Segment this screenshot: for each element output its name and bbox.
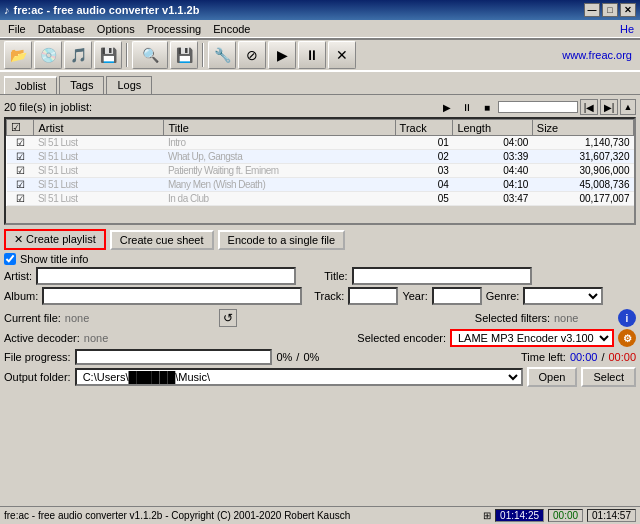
row-length: 03:47 [453,192,532,206]
file-table-container[interactable]: ☑ Artist Title Track Length Size ☑ Sl 51… [4,117,636,225]
row-size: 1,140,730 [532,136,633,150]
show-title-info-checkbox[interactable] [4,253,16,265]
menu-bar: File Database Options Processing Encode … [0,20,640,38]
create-playlist-button[interactable]: ✕ Create playlist [4,229,106,250]
website-link[interactable]: www.freac.org [562,49,632,61]
cd-button[interactable]: 💿 [34,41,62,69]
row-check[interactable]: ☑ [7,192,34,206]
title-label: Title: [324,270,347,282]
row-check[interactable]: ☑ [7,164,34,178]
menu-encode[interactable]: Encode [207,22,256,36]
col-artist: Artist [34,120,164,136]
selected-encoder-label: Selected encoder: [357,332,446,344]
genre-label: Genre: [486,290,520,302]
encoder-select[interactable]: LAME MP3 Encoder v3.100 [450,329,614,347]
playback-progress [498,101,578,113]
selected-filters-value: none [554,312,614,324]
create-cue-sheet-button[interactable]: Create cue sheet [110,230,214,250]
title-input[interactable] [352,267,532,285]
disk-button[interactable]: 💾 [170,41,198,69]
pause-button[interactable]: ⏸ [298,41,326,69]
artist-label: Artist: [4,270,32,282]
settings-button[interactable]: 🔧 [208,41,236,69]
refresh-button[interactable]: ↺ [219,309,237,327]
selected-filters-label: Selected filters: [475,312,550,324]
output-folder-select[interactable]: C:\Users\██████\Music\ [75,368,523,386]
status-elapsed: 00:00 [548,509,583,522]
row-track: 05 [395,192,453,206]
status-icon: ⊞ [483,510,491,521]
row-title: Intro [164,136,395,150]
table-row[interactable]: ☑ Sl 51 Lust What Up, Gangsta 02 03:39 3… [7,150,634,164]
search-button[interactable]: 🔍 [132,41,168,69]
col-size: Size [532,120,633,136]
current-file-value: none [65,312,215,324]
current-file-row: Current file: none ↺ Selected filters: n… [4,309,636,327]
active-decoder-value: none [84,332,284,344]
save-button[interactable]: 💾 [94,41,122,69]
track-label: Track: [314,290,344,302]
year-input[interactable] [432,287,482,305]
status-bar: fre:ac - free audio converter v1.1.2b - … [0,506,640,524]
row-length: 03:39 [453,150,532,164]
table-row[interactable]: ☑ Sl 51 Lust In da Club 05 03:47 00,177,… [7,192,634,206]
main-content: 20 file(s) in joblist: ▶ ⏸ ■ |◀ ▶| ▲ ☑ A… [0,94,640,393]
artist-input[interactable] [36,267,296,285]
album-input[interactable] [42,287,302,305]
row-title: Many Men (Wish Death) [164,178,395,192]
artist-title-row: Artist: Title: [4,267,636,285]
table-row[interactable]: ☑ Sl 51 Lust Intro 01 04:00 1,140,730 [7,136,634,150]
tab-logs[interactable]: Logs [106,76,152,94]
filters-info-button[interactable]: i [618,309,636,327]
encoder-settings-button[interactable]: ⚙ [618,329,636,347]
row-artist: Sl 51 Lust [34,150,164,164]
row-check[interactable]: ☑ [7,150,34,164]
play-button[interactable]: ▶ [268,41,296,69]
add-tracks-button[interactable]: 🎵 [64,41,92,69]
maximize-button[interactable]: □ [602,3,618,17]
table-row[interactable]: ☑ Sl 51 Lust Many Men (Wish Death) 04 04… [7,178,634,192]
stop-ctrl-button[interactable]: ■ [478,99,496,115]
scroll-up-button[interactable]: ▲ [620,99,636,115]
tab-joblist[interactable]: Joblist [4,76,57,94]
status-time: 01:14:25 [495,509,544,522]
prev-track-button[interactable]: |◀ [580,99,598,115]
col-track: Track [395,120,453,136]
row-track: 02 [395,150,453,164]
row-length: 04:40 [453,164,532,178]
encode-single-button[interactable]: Encode to a single file [218,230,346,250]
play-ctrl-button[interactable]: ▶ [438,99,456,115]
table-row[interactable]: ☑ Sl 51 Lust Patiently Waiting ft. Emine… [7,164,634,178]
tab-bar: Joblist Tags Logs [0,72,640,94]
open-files-button[interactable]: 📂 [4,41,32,69]
menu-options[interactable]: Options [91,22,141,36]
row-size: 30,906,000 [532,164,633,178]
menu-database[interactable]: Database [32,22,91,36]
tab-tags[interactable]: Tags [59,76,104,94]
select-folder-button[interactable]: Select [581,367,636,387]
track-input[interactable] [348,287,398,305]
time1-value: 00:00 [570,351,598,363]
action-row: ✕ Create playlist Create cue sheet Encod… [4,229,636,250]
close-button[interactable]: ✕ [620,3,636,17]
pause-ctrl-button[interactable]: ⏸ [458,99,476,115]
menu-file[interactable]: File [2,22,32,36]
row-check[interactable]: ☑ [7,136,34,150]
minimize-button[interactable]: — [584,3,600,17]
menu-processing[interactable]: Processing [141,22,207,36]
open-folder-button[interactable]: Open [527,367,578,387]
row-size: 00,177,007 [532,192,633,206]
stop-circle-button[interactable]: ⊘ [238,41,266,69]
time-sep: / [601,351,604,363]
row-title: In da Club [164,192,395,206]
menu-help-partial[interactable]: He [620,23,638,35]
joblist-count: 20 file(s) in joblist: [4,101,92,113]
genre-select[interactable] [523,287,603,305]
output-folder-label: Output folder: [4,371,71,383]
row-check[interactable]: ☑ [7,178,34,192]
status-copyright: fre:ac - free audio converter v1.1.2b - … [4,510,483,521]
stop-button[interactable]: ✕ [328,41,356,69]
file-progress-label: File progress: [4,351,71,363]
next-track-button[interactable]: ▶| [600,99,618,115]
title-bar-text: fre:ac - free audio converter v1.1.2b [14,4,200,16]
